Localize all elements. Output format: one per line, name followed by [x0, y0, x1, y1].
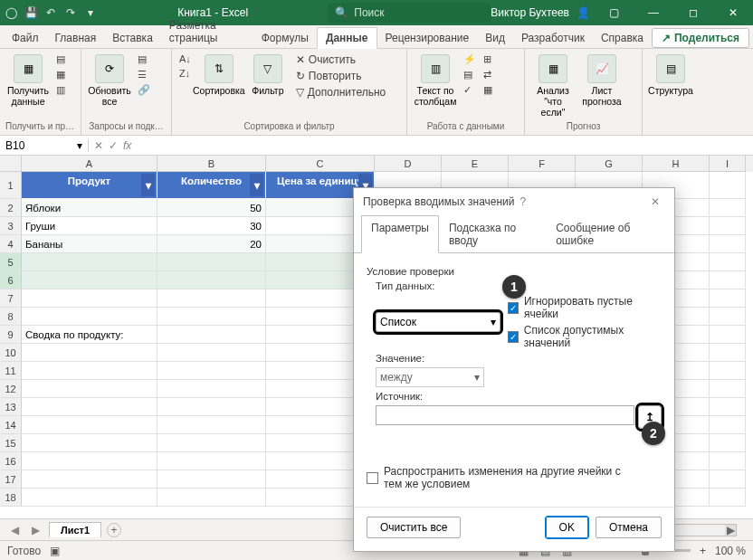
- cell[interactable]: [157, 344, 266, 362]
- sort-desc-icon[interactable]: Z↓: [177, 67, 193, 80]
- dialog-tab-settings[interactable]: Параметры: [361, 215, 439, 253]
- user-name[interactable]: Виктор Бухтеев: [491, 6, 569, 19]
- autosave-toggle[interactable]: ◯: [4, 5, 18, 20]
- text-to-columns-button[interactable]: ▥ Текст по столбцам: [413, 52, 458, 109]
- cell[interactable]: [710, 199, 746, 217]
- row-header[interactable]: 8: [0, 308, 22, 326]
- tab-insert[interactable]: Вставка: [104, 28, 161, 48]
- row-header[interactable]: 7: [0, 289, 22, 308]
- column-header[interactable]: I: [710, 156, 746, 172]
- column-header[interactable]: F: [509, 156, 576, 172]
- cell[interactable]: [710, 253, 746, 271]
- cell[interactable]: [710, 172, 746, 199]
- cell[interactable]: [157, 326, 266, 344]
- cell[interactable]: [710, 434, 746, 452]
- cell[interactable]: [157, 253, 266, 271]
- cell[interactable]: [710, 380, 746, 398]
- filter-button[interactable]: ▽ Фильтр: [245, 52, 291, 98]
- cell[interactable]: 20: [157, 235, 266, 253]
- tab-file[interactable]: Файл: [4, 28, 47, 48]
- ribbon-options-icon[interactable]: ▢: [597, 0, 630, 25]
- zoom-level[interactable]: 100 %: [715, 545, 746, 557]
- close-icon[interactable]: ✕: [717, 0, 749, 25]
- what-if-button[interactable]: ▦ Анализ "что если": [530, 52, 576, 119]
- fx-icon[interactable]: fx: [123, 139, 131, 152]
- cell[interactable]: [710, 452, 746, 470]
- redo-icon[interactable]: ↷: [63, 5, 78, 20]
- cell[interactable]: [710, 362, 746, 380]
- row-header[interactable]: 2: [0, 199, 22, 217]
- properties-icon[interactable]: ☰: [136, 68, 152, 81]
- row-header[interactable]: 5: [0, 253, 22, 271]
- cell[interactable]: Продукт▾: [22, 172, 157, 199]
- cell[interactable]: [710, 271, 746, 289]
- cell[interactable]: [22, 398, 157, 416]
- scroll-right-icon[interactable]: ▶: [725, 525, 736, 536]
- relationships-icon[interactable]: ⇄: [481, 68, 494, 81]
- row-header[interactable]: 18: [0, 489, 22, 507]
- cell[interactable]: 30: [157, 217, 266, 235]
- cell[interactable]: [710, 289, 746, 308]
- data-operator-select[interactable]: между ▾: [376, 367, 484, 387]
- cell[interactable]: [710, 235, 746, 253]
- row-header[interactable]: 9: [0, 326, 22, 344]
- filter-dropdown-icon[interactable]: ▾: [250, 174, 263, 196]
- apply-to-same-checkbox[interactable]: Распространить изменения на другие ячейк…: [367, 465, 662, 490]
- consolidate-icon[interactable]: ⊞: [481, 52, 494, 66]
- clear-all-button[interactable]: Очистить все: [367, 517, 461, 538]
- data-model-icon[interactable]: ▦: [481, 83, 494, 97]
- cell[interactable]: [22, 344, 157, 362]
- tab-developer[interactable]: Разработчик: [513, 28, 593, 48]
- tab-help[interactable]: Справка: [593, 28, 652, 48]
- share-button[interactable]: ↗ Поделиться: [652, 28, 749, 48]
- column-header[interactable]: G: [576, 156, 643, 172]
- row-header[interactable]: 17: [0, 470, 22, 489]
- tab-data[interactable]: Данные: [317, 27, 377, 49]
- name-box[interactable]: B10 ▾: [0, 139, 89, 152]
- cancel-button[interactable]: Отмена: [596, 517, 662, 538]
- cell[interactable]: [22, 380, 157, 398]
- clear-filter-button[interactable]: ✕Очистить: [294, 52, 387, 67]
- dialog-help-icon[interactable]: ?: [515, 195, 532, 208]
- cell[interactable]: [157, 489, 266, 507]
- from-table-icon[interactable]: ▥: [54, 83, 67, 97]
- forecast-button[interactable]: 📈 Лист прогноза: [579, 52, 624, 109]
- minimize-icon[interactable]: —: [637, 0, 670, 25]
- from-web-icon[interactable]: ▦: [54, 68, 67, 81]
- cancel-formula-icon[interactable]: ✕: [94, 139, 103, 152]
- row-header[interactable]: 16: [0, 452, 22, 470]
- cell[interactable]: [710, 416, 746, 434]
- cell[interactable]: [22, 416, 157, 434]
- cell[interactable]: [157, 452, 266, 470]
- refresh-all-button[interactable]: ⟳ Обновить все: [87, 52, 132, 109]
- row-header[interactable]: 6: [0, 271, 22, 289]
- row-header[interactable]: 12: [0, 380, 22, 398]
- get-data-button[interactable]: ▦ Получить данные: [5, 52, 51, 109]
- cell[interactable]: Груши: [22, 217, 157, 235]
- sort-button[interactable]: ⇅ Сортировка: [196, 52, 242, 98]
- column-header[interactable]: B: [157, 156, 266, 172]
- advanced-filter-button[interactable]: ▽Дополнительно: [294, 85, 387, 100]
- save-icon[interactable]: 💾: [24, 5, 38, 20]
- sort-asc-icon[interactable]: A↓: [177, 52, 193, 65]
- row-header[interactable]: 15: [0, 434, 22, 452]
- tab-formulas[interactable]: Формулы: [253, 28, 317, 48]
- tab-home[interactable]: Главная: [47, 28, 105, 48]
- cell[interactable]: [22, 434, 157, 452]
- cell[interactable]: [157, 470, 266, 489]
- sheet-tab[interactable]: Лист1: [49, 522, 101, 537]
- queries-icon[interactable]: ▤: [136, 52, 152, 66]
- allow-type-select[interactable]: Список ▾: [376, 312, 500, 332]
- zoom-in-button[interactable]: +: [700, 545, 706, 557]
- cell[interactable]: [710, 217, 746, 235]
- cell[interactable]: [157, 289, 266, 308]
- tab-review[interactable]: Рецензирование: [377, 28, 478, 48]
- sheet-nav-next[interactable]: ▶: [28, 524, 43, 536]
- cell[interactable]: [22, 489, 157, 507]
- row-header[interactable]: 1: [0, 172, 22, 199]
- cell[interactable]: [157, 308, 266, 326]
- cell[interactable]: [157, 398, 266, 416]
- filter-dropdown-icon[interactable]: ▾: [141, 174, 155, 196]
- cell[interactable]: [157, 380, 266, 398]
- row-header[interactable]: 11: [0, 362, 22, 380]
